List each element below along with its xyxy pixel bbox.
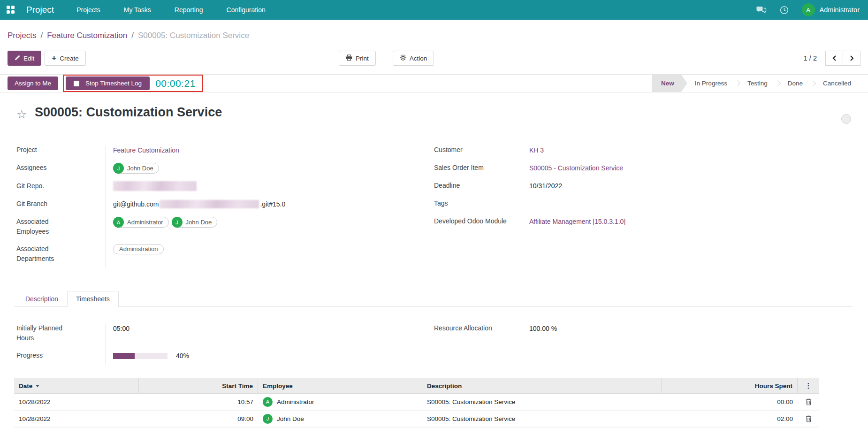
kanban-state-circle[interactable] — [841, 114, 851, 124]
column-header-employee[interactable]: Employee — [258, 378, 422, 393]
assign-to-me-button[interactable]: Assign to Me — [8, 76, 58, 90]
column-header-start-time[interactable]: Start Time — [139, 378, 258, 393]
stop-timesheet-log-button[interactable]: Stop Timesheet Log — [66, 76, 150, 90]
field-label-sales-order-item: Sales Order Item — [434, 163, 522, 173]
menu-configuration[interactable]: Configuration — [227, 0, 266, 20]
favorite-star-icon[interactable]: ☆ — [16, 107, 27, 121]
menu-my-tasks[interactable]: My Tasks — [124, 0, 151, 20]
column-header-description[interactable]: Description — [422, 378, 662, 393]
field-label-resource-allocation: Resource Allocation — [434, 323, 522, 334]
field-column-left: Project Feature Customization Assignees … — [16, 145, 426, 271]
stage-new[interactable]: New — [652, 75, 687, 92]
stage-in-progress[interactable]: In Progress — [687, 75, 735, 92]
form-sheet: ☆ S00005: Customization Service Project … — [0, 92, 868, 428]
customer-link[interactable]: KH 3 — [529, 145, 544, 155]
department-tag-administration: Administration — [113, 244, 164, 254]
plus-icon: + — [52, 54, 56, 62]
stage-pipeline: New In Progress Testing Done Cancelled — [652, 75, 859, 92]
row-start-time: 10:57 — [139, 398, 258, 405]
optional-columns-toggle[interactable]: ⋮ — [798, 378, 819, 393]
stage-done[interactable]: Done — [780, 75, 810, 92]
delete-row-button[interactable] — [806, 398, 812, 405]
row-description: S00005: Customization Service — [422, 398, 662, 405]
tab-timesheets[interactable]: Timesheets — [67, 291, 119, 307]
employee-avatar: A — [263, 397, 273, 407]
redacted-git-branch-middle — [160, 200, 259, 208]
developed-module-link[interactable]: Affiliate Management [15.0.3.1.0] — [529, 216, 625, 227]
top-navbar: Project Projects My Tasks Reporting Conf… — [0, 0, 868, 20]
field-label-associated-departments: Associated Departments — [16, 244, 106, 264]
stage-chevron-icon — [734, 80, 740, 86]
sort-descending-icon — [36, 385, 39, 389]
row-date: 10/28/2022 — [14, 415, 139, 422]
edit-button[interactable]: Edit — [8, 51, 41, 66]
row-start-time: 09:00 — [139, 415, 258, 422]
field-git-repo: Git Repo. — [16, 181, 426, 191]
employee-tag-john-doe: J John Doe — [172, 217, 218, 228]
chevron-left-icon — [832, 55, 837, 61]
timesheet-row-1[interactable]: 10/28/2022 10:57 A Administrator S00005:… — [14, 394, 819, 411]
stage-chevron-icon — [810, 80, 816, 86]
pager-count: 1 / 2 — [804, 54, 817, 62]
sales-order-item-link[interactable]: S00005 - Customization Service — [529, 163, 623, 173]
breadcrumb-projects[interactable]: Projects — [8, 31, 36, 40]
pager-next-button[interactable] — [843, 51, 860, 66]
column-header-hours-spent[interactable]: Hours Spent — [662, 378, 798, 393]
field-label-git-repo: Git Repo. — [16, 181, 106, 191]
row-date: 10/28/2022 — [14, 398, 139, 405]
avatar-initial: J — [113, 163, 124, 174]
trash-icon — [806, 398, 812, 405]
user-avatar: A — [802, 3, 815, 16]
top-menu: Projects My Tasks Reporting Configuratio… — [76, 0, 266, 20]
action-button[interactable]: Action — [393, 51, 434, 66]
tab-description[interactable]: Description — [16, 291, 67, 307]
timesheet-table-header: Date Start Time Employee Description Hou… — [14, 378, 819, 394]
field-assignees: Assignees J John Doe — [16, 163, 426, 174]
field-label-assignees: Assignees — [16, 163, 106, 174]
git-branch-prefix: git@github.com — [113, 199, 159, 209]
breadcrumb: Projects/Feature Customization/S00005: C… — [8, 31, 249, 40]
activities-clock-icon[interactable] — [780, 6, 789, 15]
apps-menu-icon[interactable] — [7, 6, 15, 14]
stage-testing[interactable]: Testing — [740, 75, 775, 92]
notebook-tabs: Description Timesheets — [14, 290, 853, 307]
timesheet-timer-highlight-box: Stop Timesheet Log 00:00:21 — [63, 75, 203, 92]
menu-projects[interactable]: Projects — [76, 0, 100, 20]
progress-percent-text: 40% — [176, 351, 189, 361]
timesheet-row-2[interactable]: 10/28/2022 09:00 J John Doe S00005: Cust… — [14, 411, 819, 428]
messages-icon[interactable] — [756, 6, 767, 14]
field-tags: Tags — [434, 199, 851, 209]
field-progress: Progress 40% — [16, 351, 426, 361]
field-label-customer: Customer — [434, 145, 522, 155]
app-name[interactable]: Project — [26, 5, 54, 15]
pencil-icon — [15, 55, 20, 62]
field-label-developed-odoo-module: Developed Odoo Module — [434, 216, 522, 227]
assignee-tag-john-doe: J John Doe — [113, 163, 159, 174]
statusbar: Assign to Me Stop Timesheet Log 00:00:21… — [0, 74, 868, 92]
menu-reporting[interactable]: Reporting — [175, 0, 203, 20]
progress-bar — [113, 353, 168, 359]
delete-row-button[interactable] — [806, 415, 812, 422]
field-project: Project Feature Customization — [16, 145, 426, 155]
control-panel: Edit + Create Print — [0, 51, 868, 67]
field-label-git-branch: Git Branch — [16, 199, 106, 209]
field-sales-order-item: Sales Order Item S00005 - Customization … — [434, 163, 851, 173]
field-label-associated-employees: Associated Employees — [16, 217, 106, 237]
user-name: Administrator — [820, 6, 860, 14]
trash-icon — [806, 415, 812, 422]
pager-previous-button[interactable] — [825, 51, 843, 66]
timer-display: 00:00:21 — [155, 78, 196, 89]
timesheet-table: Date Start Time Employee Description Hou… — [14, 378, 819, 428]
breadcrumb-current: S00005: Customization Service — [138, 31, 249, 40]
project-link[interactable]: Feature Customization — [113, 145, 179, 155]
field-git-branch: Git Branch git@github.com .git#15.0 — [16, 199, 426, 209]
print-button[interactable]: Print — [339, 51, 376, 66]
create-button[interactable]: + Create — [45, 51, 85, 66]
field-label-tags: Tags — [434, 199, 522, 209]
breadcrumb-feature-customization[interactable]: Feature Customization — [47, 31, 127, 40]
column-header-date[interactable]: Date — [14, 378, 139, 393]
avatar-initial: A — [113, 217, 124, 228]
timesheet-summary-left: Initially Planned Hours 05:00 Progress 4… — [16, 323, 426, 368]
user-menu[interactable]: A Administrator — [802, 3, 860, 16]
stage-cancelled[interactable]: Cancelled — [815, 75, 859, 92]
